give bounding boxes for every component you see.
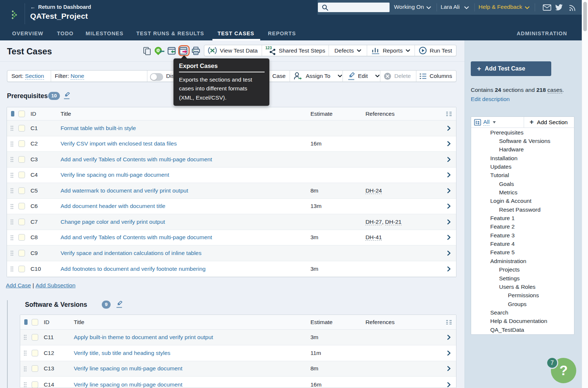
svg-text:123: 123 — [265, 46, 272, 50]
